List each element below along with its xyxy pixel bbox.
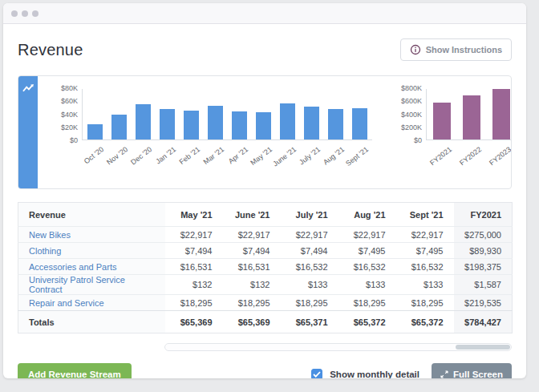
table-row: Clothing $7,494 $7,494 $7,494 $7,495 $7,… [18,243,513,259]
y-tick-label: $0 [47,137,78,144]
totals-cell: $784,427 [454,311,513,333]
totals-cell: $65,371 [281,311,338,333]
window-control-dot[interactable] [22,10,28,17]
y-tick-label: $800K [391,85,422,92]
table-cell: $89,930 [454,243,513,259]
column-header: FY2021 [454,203,513,227]
column-header: June '21 [223,203,281,227]
monthly-chart-x-axis: Oct '20Nov '20Dec '20Jan '21Feb '21Mar '… [82,140,372,172]
y-tick-label: $200K [391,124,422,131]
bar-May '21 [256,112,271,139]
fy-chart-plot-area [426,89,512,140]
table-cell: $22,917 [165,227,223,243]
table-cell: $16,531 [223,259,281,275]
window-titlebar [3,3,526,24]
y-tick-label: $60K [47,98,78,105]
horizontal-scrollbar[interactable] [164,343,512,351]
revenue-stream-link[interactable]: Clothing [29,246,61,256]
table-cell: $18,295 [223,295,281,311]
bar-Dec '20 [136,104,151,139]
bar-Oct '20 [87,124,103,139]
revenue-stream-link[interactable]: Accessories and Parts [29,262,116,272]
x-tick-label: Sept '21 [344,145,370,168]
table-cell: $22,917 [223,227,281,243]
bar-Nov '20 [111,115,127,139]
table-cell: $132 [223,275,281,295]
revenue-stream-link[interactable]: University Patrol Service Contract [29,275,125,294]
table-cell: $198,375 [454,259,513,275]
table-cell: $7,494 [165,243,223,259]
fy-chart-x-axis: FY2021FY2022FY2023 [426,140,512,172]
table-cell: $7,494 [281,243,338,259]
x-tick-label: Oct '20 [83,145,105,165]
trend-line-icon [22,83,34,93]
x-tick-label: FY2022 [458,145,483,167]
fullscreen-icon [440,370,448,378]
table-cell: $18,295 [165,295,223,311]
x-tick-label: Dec '20 [129,145,153,166]
table-cell: $1,587 [454,275,513,295]
revenue-stream-link[interactable]: New Bikes [29,230,71,240]
full-screen-button[interactable]: Full Screen [432,363,512,378]
info-icon [410,44,421,55]
totals-cell: $65,369 [223,311,281,333]
x-tick-label: Aug '21 [322,145,346,167]
table-cell: $7,494 [223,243,281,259]
column-header: Aug '21 [338,203,396,227]
monthly-chart-y-axis: $80K $60K $40K $20K $0 [47,85,78,144]
window-control-dot[interactable] [11,10,18,17]
y-tick-label: $600K [391,98,422,105]
x-tick-label: Feb '21 [178,145,202,166]
bar-FY2023 [492,89,510,139]
show-monthly-detail-label[interactable]: Show monthly detail [330,370,419,378]
table-cell: $219,535 [454,295,513,311]
page-title: Revenue [18,41,83,59]
totals-cell: $65,372 [338,311,396,333]
table-cell: $133 [281,275,338,295]
footer-toolbar: Add Revenue Stream Show monthly detail [18,363,512,378]
table-cell: $16,532 [281,259,338,275]
table-header-row: Revenue May '21 June '21 July '21 Aug '2… [18,203,513,227]
scrollbar-thumb[interactable] [456,345,510,350]
show-instructions-button[interactable]: Show Instructions [400,38,512,61]
x-tick-label: Nov '20 [105,145,129,166]
table-cell: $18,295 [396,295,454,311]
main-content: Revenue Show Instructions [3,37,526,378]
table-cell: $22,917 [338,227,396,243]
bar-July '21 [304,107,319,139]
totals-cell: $65,369 [165,311,223,333]
table-cell: $16,532 [396,259,454,275]
totals-label: Totals [18,311,165,333]
y-tick-label: $0 [391,137,422,144]
table-cell: $133 [338,275,396,295]
column-header: July '21 [281,203,338,227]
charts-area: $80K $60K $40K $20K $0 Oct '20Nov '20Dec… [38,76,512,188]
show-monthly-detail-checkbox[interactable] [311,369,322,378]
revenue-stream-link[interactable]: Repair and Service [29,298,104,308]
table-cell: $133 [396,275,454,295]
x-tick-label: FY2023 [488,145,512,167]
monthly-chart-plot-area [82,89,372,140]
x-tick-label: July '21 [298,145,322,166]
table-row: Accessories and Parts $16,531 $16,531 $1… [18,259,513,275]
bar-Jan '21 [160,109,175,139]
x-tick-label: May '21 [249,145,274,167]
table-cell: $16,531 [165,259,223,275]
table-cell: $132 [165,275,223,295]
column-header: Revenue [18,203,165,227]
y-tick-label: $80K [47,85,78,92]
table-cell: $7,495 [396,243,454,259]
table-row: Repair and Service $18,295 $18,295 $18,2… [18,295,513,311]
fy-chart-y-axis: $800K $600K $400K $200K $0 [391,85,422,144]
y-tick-label: $20K [47,124,78,131]
y-tick-label: $40K [47,111,78,119]
add-revenue-stream-button[interactable]: Add Revenue Stream [18,363,132,378]
page-header: Revenue Show Instructions [18,37,512,63]
fiscal-year-chart: $800K $600K $400K $200K $0 FY2021FY2022F… [391,89,512,188]
x-tick-label: Mar '21 [202,145,226,166]
bar-Feb '21 [184,111,199,139]
column-header: May '21 [165,203,223,227]
table-cell: $22,917 [396,227,454,243]
bar-FY2021 [433,103,451,139]
window-control-dot[interactable] [32,10,38,17]
